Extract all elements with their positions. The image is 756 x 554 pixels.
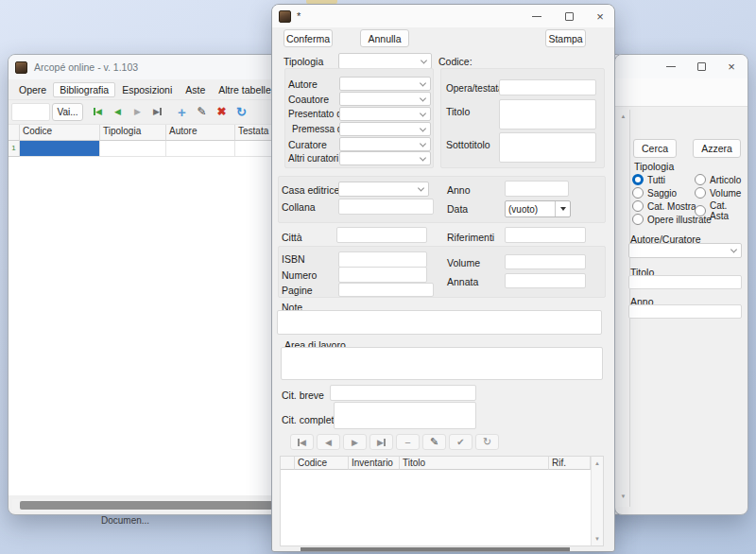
- dialog-minimize-button[interactable]: [524, 5, 550, 27]
- sub-prev-button[interactable]: ◀: [317, 434, 340, 450]
- dialog-hscrollbar-thumb[interactable]: [301, 547, 570, 552]
- col-header-autore[interactable]: Autore: [166, 125, 235, 141]
- search-maximize-button[interactable]: [691, 55, 712, 78]
- cit-completa-label: Cit. completa: [282, 414, 339, 425]
- coautore-combo[interactable]: [339, 92, 431, 106]
- add-record-button[interactable]: +: [172, 102, 192, 121]
- delete-icon: ✖: [216, 105, 226, 118]
- note-textarea[interactable]: [277, 310, 602, 335]
- goto-input[interactable]: [11, 103, 50, 121]
- stampa-button[interactable]: Stampa: [545, 29, 586, 47]
- nav-prev-button[interactable]: ◀: [108, 102, 128, 121]
- radio-articolo[interactable]: Articolo: [695, 174, 741, 185]
- row-header-corner: [9, 125, 20, 141]
- casa-editrice-label: Casa editrice: [282, 184, 339, 196]
- subcol-inventario[interactable]: Inventario: [349, 457, 400, 470]
- menu-aste[interactable]: Aste: [179, 82, 212, 97]
- sub-first-button[interactable]: ◀: [290, 434, 314, 450]
- radio-tutti[interactable]: Tutti: [632, 174, 665, 185]
- scroll-up-icon[interactable]: ▲: [592, 460, 603, 466]
- chevron-down-icon: [418, 184, 424, 191]
- conferma-button[interactable]: Conferma: [284, 29, 333, 47]
- edit-record-button[interactable]: ✎: [192, 102, 212, 121]
- cerca-button[interactable]: Cerca: [633, 139, 677, 158]
- nav-first-button[interactable]: ◀: [88, 102, 108, 121]
- cit-breve-input[interactable]: [330, 385, 476, 401]
- riferimenti-input[interactable]: [505, 227, 586, 243]
- menu-bibliografia[interactable]: Bibliografia: [53, 82, 115, 97]
- autore-combo[interactable]: [339, 77, 431, 91]
- radio-cat-mostra[interactable]: Cat. Mostra: [632, 200, 696, 212]
- search-anno-input[interactable]: [628, 304, 742, 319]
- dialog-titlebar[interactable]: * ×: [272, 5, 614, 27]
- data-combo[interactable]: (vuoto): [505, 200, 571, 217]
- nav-next-button[interactable]: ▶: [128, 102, 147, 121]
- opera-testata-label: Opera/testata: [446, 83, 504, 94]
- premessa-di-combo[interactable]: [339, 122, 431, 136]
- collana-input[interactable]: [338, 199, 434, 215]
- search-titolo-input[interactable]: [628, 275, 742, 289]
- refresh-button[interactable]: ↻: [232, 102, 251, 121]
- radio-cat-asta-label: Cat. Asta: [710, 200, 747, 221]
- casa-editrice-combo[interactable]: [338, 182, 429, 197]
- delete-record-button[interactable]: ✖: [212, 102, 232, 121]
- subcol-codice[interactable]: Codice: [295, 457, 349, 470]
- sub-edit-button[interactable]: ✎: [422, 434, 446, 450]
- scroll-down-icon[interactable]: ▼: [592, 536, 603, 542]
- search-window-titlebar[interactable]: ×: [615, 55, 747, 78]
- subcol-titolo[interactable]: Titolo: [400, 457, 549, 470]
- col-header-codice[interactable]: Codice: [20, 125, 100, 141]
- coautore-label: Coautore: [288, 94, 329, 105]
- menu-esposizioni[interactable]: Esposizioni: [115, 82, 179, 97]
- cell-tipologia[interactable]: [100, 141, 166, 157]
- search-close-button[interactable]: ×: [721, 55, 742, 78]
- dialog-close-button[interactable]: ×: [587, 5, 613, 27]
- maximize-icon: [565, 12, 574, 21]
- dialog-hscrollbar[interactable]: [280, 547, 604, 552]
- prev-icon: ◀: [114, 107, 121, 116]
- azzera-button[interactable]: Azzera: [693, 139, 741, 158]
- area-di-lavoro-textarea[interactable]: [281, 347, 603, 380]
- nav-last-button[interactable]: ▶: [147, 102, 167, 121]
- opera-testata-input[interactable]: [499, 79, 596, 95]
- sub-remove-button[interactable]: −: [396, 434, 420, 450]
- subgrid-vscrollbar[interactable]: ▲ ▼: [591, 457, 603, 545]
- sub-next-button[interactable]: ▶: [343, 434, 367, 450]
- isbn-label: ISBN: [282, 253, 305, 265]
- presentato-da-combo[interactable]: [339, 107, 431, 121]
- col-header-tipologia[interactable]: Tipologia: [100, 125, 166, 141]
- cell-codice-selected[interactable]: [20, 141, 100, 157]
- tipologia-combo[interactable]: [338, 53, 432, 69]
- sub-confirm-button[interactable]: ✔: [449, 434, 472, 450]
- menu-altre-tabelle[interactable]: Altre tabelle: [212, 82, 277, 97]
- radio-saggio[interactable]: Saggio: [632, 187, 677, 199]
- pagine-input[interactable]: [338, 283, 434, 297]
- dialog-maximize-button[interactable]: [556, 5, 582, 27]
- curatore-combo[interactable]: [339, 137, 431, 151]
- autore-curatore-combo[interactable]: [628, 243, 742, 258]
- titolo-textarea[interactable]: [499, 99, 596, 130]
- annulla-button[interactable]: Annulla: [360, 29, 409, 47]
- isbn-input[interactable]: [338, 251, 427, 268]
- altri-curatori-combo[interactable]: [339, 151, 431, 165]
- volume-input[interactable]: [505, 254, 586, 269]
- curatore-label: Curatore: [288, 139, 327, 150]
- numero-input[interactable]: [338, 267, 427, 283]
- subcol-rif[interactable]: Rif.: [549, 457, 591, 470]
- cit-completa-textarea[interactable]: [334, 402, 476, 429]
- citta-input[interactable]: [336, 227, 427, 243]
- radio-volume[interactable]: Volume: [695, 187, 741, 199]
- cell-autore[interactable]: [166, 141, 235, 157]
- anno-input[interactable]: [505, 181, 569, 197]
- sottotitolo-textarea[interactable]: [499, 132, 596, 163]
- search-minimize-button[interactable]: [661, 55, 681, 78]
- scroll-up-icon[interactable]: ▲: [617, 113, 629, 119]
- scroll-down-icon[interactable]: ▼: [617, 493, 629, 499]
- sub-refresh-button[interactable]: ↻: [475, 434, 499, 450]
- radio-opere-illustrate[interactable]: Opere illustrate: [632, 214, 712, 225]
- annata-input[interactable]: [505, 273, 586, 288]
- sub-last-button[interactable]: ▶: [369, 434, 393, 450]
- vai-button[interactable]: Vai...: [52, 103, 83, 121]
- menu-opere[interactable]: Opere: [12, 82, 53, 97]
- data-combo-dropdown-button[interactable]: [555, 201, 570, 216]
